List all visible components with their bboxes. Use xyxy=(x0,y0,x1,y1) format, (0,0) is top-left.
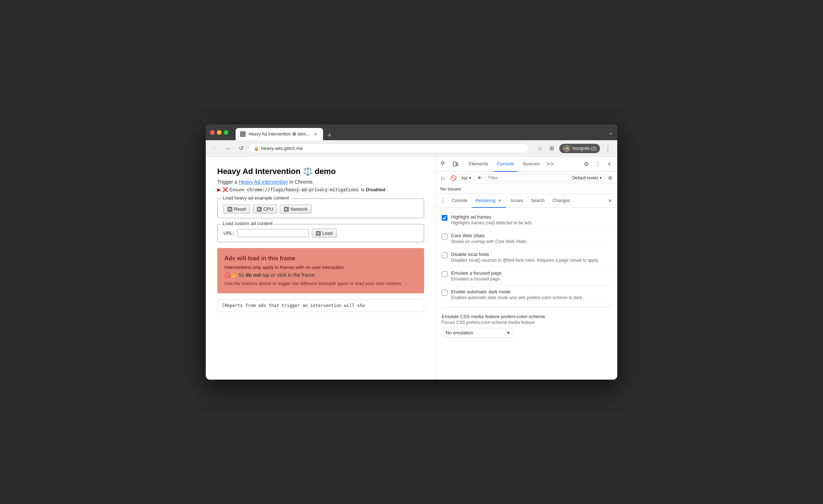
console-settings-button[interactable]: ⚙ xyxy=(606,174,614,182)
browser-tab-active[interactable]: ⚖️ Heavy Ad Intervention 🏛 dem... × xyxy=(236,128,323,140)
load-button[interactable]: ⊞ Load xyxy=(312,229,337,238)
reset-icon: ⏮ xyxy=(227,207,232,212)
svg-rect-0 xyxy=(441,162,444,164)
devtools-separator xyxy=(463,161,463,168)
rendering-item-disable-local-fonts: Disable local fonts Disables local() sou… xyxy=(442,248,611,267)
disable-local-fonts-checkbox[interactable] xyxy=(442,252,447,258)
heavy-ad-link[interactable]: Heavy Ad Intervention xyxy=(238,179,288,185)
context-selector[interactable]: top ▾ xyxy=(459,174,474,182)
tab-dropdown-button[interactable]: ⌄ xyxy=(608,129,613,136)
core-web-vitals-title: Core Web Vitals xyxy=(451,233,527,238)
url-input[interactable] xyxy=(237,229,309,237)
section-divider xyxy=(442,307,611,307)
emulate-title: Emulate CSS media feature prefers-color-… xyxy=(442,314,611,319)
tab-console[interactable]: Console xyxy=(493,157,518,172)
emulate-section: Emulate CSS media feature prefers-color-… xyxy=(442,310,611,341)
rendering-item-highlight-ad-frames: Highlight ad frames Highlights frames (r… xyxy=(442,211,611,229)
load-heavy-fieldset: Load heavy ad example content ⏮ Reset ▶ … xyxy=(217,198,424,218)
disable-local-fonts-desc: Disables local() sources in @font-face r… xyxy=(451,258,599,263)
issues-bar: No Issues xyxy=(436,184,617,194)
close-traffic-light[interactable] xyxy=(210,130,215,135)
browser-menu-button[interactable]: ⋮ xyxy=(603,143,613,154)
ad-frame-text1: Interventions only apply to frames with … xyxy=(224,265,417,270)
console-eye-button[interactable]: 👁 xyxy=(475,174,484,182)
disable-local-fonts-title: Disable local fonts xyxy=(451,252,599,257)
emulate-focused-desc: Emulates a focused page. xyxy=(451,276,501,281)
console-filter-input[interactable] xyxy=(485,174,568,182)
page-console-log: [Reports from ads that trigger an interv… xyxy=(217,299,424,312)
console-play-button[interactable]: ▷ xyxy=(439,174,447,182)
rendering-tabs: ⋮ Console Rendering × Issues Search Chan… xyxy=(436,194,617,208)
levels-selector[interactable]: Default levels ▾ xyxy=(570,174,604,182)
auto-dark-mode-checkbox[interactable] xyxy=(442,290,447,295)
network-icon: ▶ xyxy=(284,207,289,212)
ad-frame: Ads will load in this frame Intervention… xyxy=(217,248,424,293)
highlight-ad-frames-title: Highlight ad frames xyxy=(451,214,533,220)
reset-button[interactable]: ⏮ Reset xyxy=(223,205,250,214)
maximize-traffic-light[interactable] xyxy=(224,130,228,135)
tab-sources[interactable]: Sources xyxy=(519,157,544,172)
tab-view-button[interactable]: ⊞ xyxy=(546,143,556,154)
address-field[interactable]: 🔒 heavy-ads.glitch.me xyxy=(249,143,529,153)
load-heavy-legend: Load heavy ad example content xyxy=(221,195,290,201)
address-text: heavy-ads.glitch.me xyxy=(261,146,524,151)
url-row: URL: ⊞ Load xyxy=(223,229,418,238)
console-ban-button[interactable]: 🚫 xyxy=(449,174,458,182)
tabs-area: ⚖️ Heavy Ad Intervention 🏛 dem... × + xyxy=(236,124,605,140)
incognito-label: Incognito (2) xyxy=(572,146,596,151)
emulate-focused-checkbox[interactable] xyxy=(442,271,447,277)
minimize-traffic-light[interactable] xyxy=(217,130,222,135)
cpu-button[interactable]: ▶ CPU xyxy=(253,205,277,214)
page-subtitle: Trigger a Heavy Ad Intervention in Chrom… xyxy=(217,179,424,185)
main-content: Heavy Ad Intervention ⚖️ demo Trigger a … xyxy=(206,157,617,380)
tab-title: Heavy Ad Intervention 🏛 dem... xyxy=(249,132,309,137)
refresh-button[interactable]: ↺ xyxy=(236,143,246,154)
lock-icon: 🔒 xyxy=(254,146,259,151)
incognito-icon: 🕵 xyxy=(563,145,570,152)
devtools-panel: Elements Console Sources >> ⚙ ⋮ × ▷ 🚫 xyxy=(436,157,617,380)
auto-dark-mode-title: Enable automatic dark mode xyxy=(451,289,583,294)
console-toolbar: ▷ 🚫 top ▾ 👁 Default levels ▾ ⚙ xyxy=(436,172,617,184)
address-bar: ← → ↺ 🔒 heavy-ads.glitch.me ☆ ⊞ 🕵 Incogn… xyxy=(206,140,617,157)
rendering-tab-close[interactable]: × xyxy=(497,198,503,203)
more-tabs-button[interactable]: >> xyxy=(545,160,555,168)
cpu-icon: ▶ xyxy=(257,207,262,212)
bookmark-button[interactable]: ☆ xyxy=(535,143,545,154)
page-title: Heavy Ad Intervention ⚖️ demo xyxy=(217,167,424,176)
rt-tab-changes[interactable]: Changes xyxy=(549,194,573,208)
emulate-select[interactable]: No emulation ▾ xyxy=(442,328,514,338)
rendering-item-emulate-focused: Emulate a focused page Emulates a focuse… xyxy=(442,267,611,285)
rt-tab-issues[interactable]: Issues xyxy=(507,194,527,208)
traffic-lights xyxy=(210,130,228,135)
forward-button[interactable]: → xyxy=(223,143,233,154)
emulate-focused-title: Emulate a focused page xyxy=(451,270,501,276)
device-toolbar-button[interactable] xyxy=(450,159,460,169)
rt-tab-search[interactable]: Search xyxy=(527,194,548,208)
core-web-vitals-checkbox[interactable] xyxy=(442,234,447,239)
tab-close-button[interactable]: × xyxy=(312,131,319,137)
load-custom-legend: Load custom ad content xyxy=(221,221,274,226)
rendering-item-auto-dark-mode: Enable automatic dark mode Enables autom… xyxy=(442,285,611,304)
devtools-close-button[interactable]: × xyxy=(604,159,614,169)
url-label: URL: xyxy=(223,230,234,236)
rt-tab-rendering[interactable]: Rendering × xyxy=(472,194,506,208)
back-button[interactable]: ← xyxy=(210,143,220,154)
tab-elements[interactable]: Elements xyxy=(465,157,492,172)
network-button[interactable]: ▶ Network xyxy=(280,205,312,214)
heavy-button-row: ⏮ Reset ▶ CPU ▶ Network xyxy=(223,205,418,214)
page-area: Heavy Ad Intervention ⚖️ demo Trigger a … xyxy=(206,157,436,380)
load-icon: ⊞ xyxy=(316,231,321,236)
rendering-panel-close[interactable]: × xyxy=(606,197,614,205)
ad-frame-warning: 🚫🤚 So do not tap or click in the frame. xyxy=(224,272,417,278)
highlight-ad-frames-checkbox[interactable] xyxy=(442,215,447,221)
devtools-kebab-button[interactable]: ⋮ xyxy=(593,159,603,169)
svg-rect-2 xyxy=(456,163,458,166)
new-tab-button[interactable]: + xyxy=(324,130,335,140)
incognito-button[interactable]: 🕵 Incognito (2) xyxy=(559,144,600,153)
rendering-item-core-web-vitals: Core Web Vitals Shows an overlay with Co… xyxy=(442,229,611,248)
devtools-settings-button[interactable]: ⚙ xyxy=(581,159,591,169)
inspect-element-button[interactable] xyxy=(439,159,449,169)
rt-tab-console[interactable]: Console xyxy=(448,194,471,208)
rendering-content: Highlight ad frames Highlights frames (r… xyxy=(436,208,617,380)
rendering-more-button[interactable]: ⋮ xyxy=(439,197,447,204)
